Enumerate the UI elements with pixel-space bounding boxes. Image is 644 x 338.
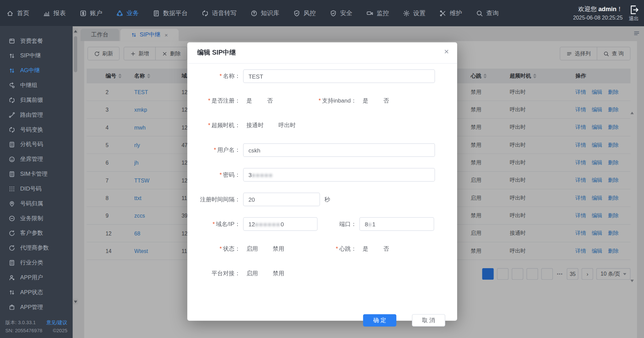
app-window: 首页 报表 账户 业务 数据平台 bbox=[0, 0, 644, 338]
sidebar-menu-item[interactable]: AG中继 bbox=[0, 63, 73, 78]
required-asterisk: * bbox=[336, 245, 338, 251]
nav-menu-item[interactable]: 安全 bbox=[330, 9, 353, 17]
settings-gear-icon bbox=[403, 10, 410, 17]
radio-option[interactable]: 否 bbox=[380, 97, 389, 105]
nav-menu-item[interactable]: 报表 bbox=[43, 9, 66, 17]
radio-option[interactable]: 启用 bbox=[243, 245, 258, 252]
dialog-close-icon[interactable]: × bbox=[444, 47, 449, 55]
form-row-overfreq: *超频时机： 接通时 呼出时 bbox=[187, 119, 457, 132]
datetime: 2025-06-08 20:25:25 bbox=[573, 15, 623, 21]
nav-menu-item[interactable]: 首页 bbox=[6, 9, 29, 17]
sidebar-menu-item[interactable]: 号码变换 bbox=[0, 122, 73, 137]
business-icon bbox=[116, 10, 123, 17]
risk-shield-icon bbox=[293, 10, 300, 17]
username: admin bbox=[598, 5, 617, 12]
top-navbar: 首页 报表 账户 业务 数据平台 bbox=[0, 0, 644, 26]
knowledge-icon bbox=[251, 10, 258, 17]
navbar-right: 欢迎您 admin！ 2025-06-08 20:25:25 退出 bbox=[573, 4, 639, 22]
copyright-text: ©2025 bbox=[53, 327, 67, 335]
sidebar-menu-item[interactable]: APP状态 bbox=[0, 285, 73, 300]
package-icon bbox=[9, 38, 16, 44]
logout-button[interactable]: 退出 bbox=[628, 4, 639, 22]
nav-menu-item[interactable]: 账户 bbox=[80, 9, 102, 17]
required-asterisk: * bbox=[213, 220, 215, 227]
port-input[interactable]: 8 ● 1 bbox=[359, 217, 434, 231]
name-input[interactable] bbox=[243, 69, 435, 83]
sidebar-menu-item[interactable]: 资费套餐 bbox=[0, 34, 73, 49]
sidebar-menu-item[interactable]: 坐席管理 bbox=[0, 152, 73, 167]
nav-menu-item[interactable]: 查询 bbox=[476, 9, 499, 17]
sidebar-menu-item[interactable]: 中继组 bbox=[0, 78, 73, 93]
maintain-icon bbox=[440, 10, 447, 17]
username-input[interactable] bbox=[243, 143, 435, 157]
password-input[interactable]: 3 ●●●●● bbox=[243, 168, 435, 181]
form-row-name: *名称： bbox=[187, 69, 457, 83]
dataplatform-icon bbox=[153, 10, 160, 17]
form-row-register: *是否注册： 是 否 *支持inband： 是 否 bbox=[187, 94, 457, 108]
prefix-icon bbox=[9, 97, 16, 103]
version-text: 版本: 3.0.33.1 bbox=[5, 318, 36, 327]
form-row-status: *状态： 启用 禁用 *心跳： 是 否 bbox=[187, 242, 457, 255]
sidebar-menu-item[interactable]: 代理商参数 bbox=[0, 241, 73, 255]
overfreq-radio-group: 接通时 呼出时 bbox=[243, 122, 307, 129]
nav-menu-item[interactable]: 知识库 bbox=[251, 9, 279, 17]
sidebar-menu-item[interactable]: DID号码 bbox=[0, 181, 73, 196]
form-row-platform: 平台对接： 启用 禁用 bbox=[187, 266, 457, 280]
sidebar-menu-item[interactable]: 客户参数 bbox=[0, 226, 73, 241]
nav-menu-item[interactable]: 维护 bbox=[440, 9, 462, 17]
required-asterisk: * bbox=[220, 73, 222, 79]
radio-option[interactable]: 禁用 bbox=[270, 245, 284, 252]
nav-menu-item[interactable]: 设置 bbox=[403, 9, 425, 17]
nav-menu-item[interactable]: 语音转写 bbox=[202, 9, 236, 17]
sidebar-menu-item[interactable]: APP管理 bbox=[0, 300, 73, 315]
agent-face-icon bbox=[9, 156, 16, 163]
confirm-button[interactable]: 确 定 bbox=[363, 314, 396, 327]
customer-param-icon bbox=[9, 230, 16, 236]
nav-menu-item[interactable]: 监控 bbox=[366, 9, 389, 17]
app-status-icon bbox=[9, 289, 16, 295]
masked-value: ● bbox=[368, 221, 372, 227]
sidebar-menu-item[interactable]: SIP中继 bbox=[0, 49, 73, 63]
radio-option[interactable]: 否 bbox=[264, 97, 273, 105]
form-row-username: *用户名： bbox=[187, 143, 457, 157]
reg-interval-input[interactable] bbox=[243, 193, 320, 206]
radio-option[interactable]: 否 bbox=[380, 245, 389, 252]
feedback-link[interactable]: 意见/建议 bbox=[46, 318, 67, 327]
agent-param-icon bbox=[9, 245, 16, 251]
sidebar-menu-item[interactable]: 号码归属 bbox=[0, 196, 73, 211]
nav-menu-item[interactable]: 风控 bbox=[293, 9, 316, 17]
unit-label: 秒 bbox=[325, 196, 330, 203]
sidebar-menu: 资费套餐 SIP中继 AG中继 中继组 bbox=[0, 26, 73, 318]
sidebar-menu-item[interactable]: 归属前缀 bbox=[0, 93, 73, 108]
register-radio-group: 是 否 bbox=[243, 97, 284, 105]
nav-menu-item[interactable]: 业务 bbox=[116, 9, 139, 17]
form-row-reg-interval: 注册时间间隔： 秒 bbox=[187, 193, 457, 206]
masked-value: ●●●●●● bbox=[255, 221, 281, 227]
radio-option[interactable]: 接通时 bbox=[243, 122, 264, 129]
main-menu: 首页 报表 账户 业务 数据平台 bbox=[6, 9, 499, 17]
radio-option[interactable]: 是 bbox=[243, 97, 252, 105]
radio-option[interactable]: 是 bbox=[359, 245, 368, 252]
nav-menu-item[interactable]: 数据平台 bbox=[153, 9, 188, 17]
radio-option[interactable]: 启用 bbox=[243, 270, 258, 277]
report-icon bbox=[43, 10, 50, 17]
sidebar-menu-item[interactable]: 分机号码 bbox=[0, 137, 73, 152]
radio-option[interactable]: 禁用 bbox=[270, 270, 284, 277]
sidebar-menu-item[interactable]: 业务限制 bbox=[0, 211, 73, 226]
welcome-text: 欢迎您 admin！ bbox=[573, 5, 623, 13]
account-icon bbox=[80, 10, 87, 17]
app-user-icon bbox=[9, 274, 16, 281]
limit-icon bbox=[9, 215, 16, 222]
radio-option[interactable]: 是 bbox=[359, 97, 368, 105]
form-row-password: *密码： 3 ●●●●● bbox=[187, 168, 457, 181]
search-icon bbox=[476, 10, 483, 17]
radio-option[interactable]: 呼出时 bbox=[275, 122, 296, 129]
sidebar-menu-item[interactable]: SIM卡管理 bbox=[0, 167, 73, 181]
sidebar-menu-item[interactable]: APP用户 bbox=[0, 270, 73, 285]
logout-icon bbox=[628, 4, 639, 15]
sidebar-menu-item[interactable]: 行业分类 bbox=[0, 255, 73, 270]
sidebar-menu-item[interactable]: 路由管理 bbox=[0, 108, 73, 122]
cancel-button[interactable]: 取 消 bbox=[412, 314, 445, 327]
inband-radio-group: 是 否 bbox=[359, 97, 400, 105]
edit-sip-trunk-dialog: 编辑 SIP中继 × *名称： *是否注册： 是 否 *支持inband： bbox=[187, 42, 457, 320]
